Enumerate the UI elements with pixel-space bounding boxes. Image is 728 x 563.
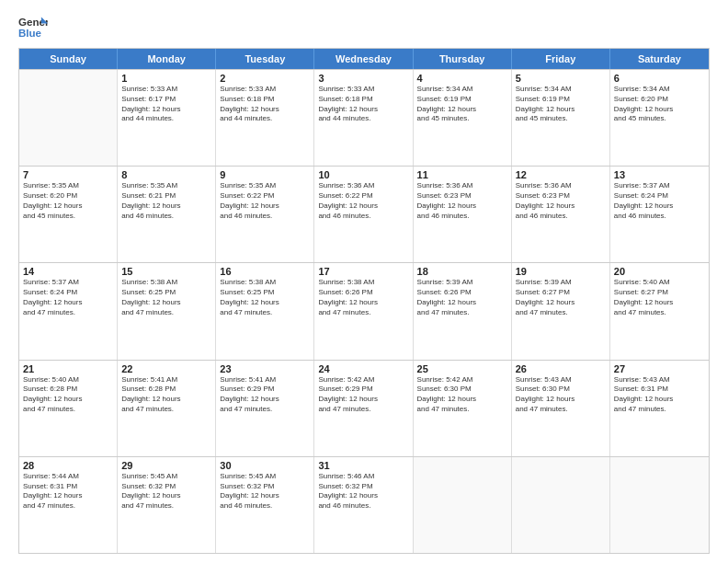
day-number: 9 [220,169,310,180]
day-number: 2 [220,73,310,84]
day-cell-4: 4Sunrise: 5:34 AMSunset: 6:19 PMDaylight… [414,70,512,166]
day-number: 12 [516,169,606,180]
header-day-sunday: Sunday [19,49,118,69]
day-number: 28 [23,460,113,471]
day-cell-13: 13Sunrise: 5:37 AMSunset: 6:24 PMDayligh… [610,167,709,262]
day-number: 8 [121,169,211,180]
day-number: 27 [614,363,705,374]
day-number: 31 [318,460,408,471]
calendar-row-2: 7Sunrise: 5:35 AMSunset: 6:20 PMDaylight… [19,166,709,262]
day-cell-7: 7Sunrise: 5:35 AMSunset: 6:20 PMDaylight… [19,167,118,262]
day-cell-6: 6Sunrise: 5:34 AMSunset: 6:20 PMDaylight… [610,70,709,166]
day-cell-26: 26Sunrise: 5:43 AMSunset: 6:30 PMDayligh… [512,361,610,456]
day-cell-9: 9Sunrise: 5:35 AMSunset: 6:22 PMDaylight… [216,167,314,262]
day-number: 4 [417,73,507,84]
header-day-thursday: Thursday [414,49,512,69]
day-cell-12: 12Sunrise: 5:36 AMSunset: 6:23 PMDayligh… [512,167,610,262]
header-day-monday: Monday [118,49,216,69]
day-cell-2: 2Sunrise: 5:33 AMSunset: 6:18 PMDaylight… [216,70,314,166]
day-info: Sunrise: 5:40 AMSunset: 6:28 PMDaylight:… [23,375,113,415]
day-number: 14 [23,266,113,277]
day-info: Sunrise: 5:35 AMSunset: 6:22 PMDaylight:… [220,181,310,221]
day-info: Sunrise: 5:46 AMSunset: 6:32 PMDaylight:… [318,472,408,511]
empty-cell [414,457,512,553]
day-info: Sunrise: 5:37 AMSunset: 6:24 PMDaylight:… [23,278,113,317]
calendar-row-4: 21Sunrise: 5:40 AMSunset: 6:28 PMDayligh… [19,360,709,456]
day-number: 6 [614,73,705,84]
day-cell-14: 14Sunrise: 5:37 AMSunset: 6:24 PMDayligh… [19,263,118,359]
calendar-row-3: 14Sunrise: 5:37 AMSunset: 6:24 PMDayligh… [19,262,709,359]
day-number: 21 [23,363,113,374]
day-info: Sunrise: 5:40 AMSunset: 6:27 PMDaylight:… [614,278,705,317]
calendar-body: 1Sunrise: 5:33 AMSunset: 6:17 PMDaylight… [19,69,709,553]
day-info: Sunrise: 5:41 AMSunset: 6:28 PMDaylight:… [121,375,211,415]
day-number: 16 [220,266,310,277]
day-info: Sunrise: 5:36 AMSunset: 6:22 PMDaylight:… [318,181,408,221]
empty-cell [512,457,610,553]
header-day-wednesday: Wednesday [314,49,413,69]
calendar-header: SundayMondayTuesdayWednesdayThursdayFrid… [19,49,709,69]
day-info: Sunrise: 5:36 AMSunset: 6:23 PMDaylight:… [516,181,606,221]
day-cell-10: 10Sunrise: 5:36 AMSunset: 6:22 PMDayligh… [314,167,413,262]
day-cell-25: 25Sunrise: 5:42 AMSunset: 6:30 PMDayligh… [414,361,512,456]
day-info: Sunrise: 5:38 AMSunset: 6:25 PMDaylight:… [220,278,310,317]
day-number: 25 [417,363,507,374]
day-number: 29 [121,460,211,471]
day-cell-11: 11Sunrise: 5:36 AMSunset: 6:23 PMDayligh… [414,167,512,262]
day-number: 18 [417,266,507,277]
page: General Blue SundayMondayTuesdayWednesda… [0,0,728,563]
header: General Blue [18,15,710,40]
header-day-tuesday: Tuesday [216,49,314,69]
day-info: Sunrise: 5:44 AMSunset: 6:31 PMDaylight:… [23,472,113,511]
day-info: Sunrise: 5:43 AMSunset: 6:31 PMDaylight:… [614,375,705,415]
day-cell-24: 24Sunrise: 5:42 AMSunset: 6:29 PMDayligh… [314,361,413,456]
day-number: 7 [23,169,113,180]
empty-cell [19,70,118,166]
day-info: Sunrise: 5:37 AMSunset: 6:24 PMDaylight:… [614,181,705,221]
day-cell-29: 29Sunrise: 5:45 AMSunset: 6:32 PMDayligh… [118,457,216,553]
calendar-row-5: 28Sunrise: 5:44 AMSunset: 6:31 PMDayligh… [19,456,709,553]
day-info: Sunrise: 5:36 AMSunset: 6:23 PMDaylight:… [417,181,507,221]
day-number: 20 [614,266,705,277]
day-cell-5: 5Sunrise: 5:34 AMSunset: 6:19 PMDaylight… [512,70,610,166]
day-cell-23: 23Sunrise: 5:41 AMSunset: 6:29 PMDayligh… [216,361,314,456]
day-number: 19 [516,266,606,277]
day-number: 30 [220,460,310,471]
day-cell-22: 22Sunrise: 5:41 AMSunset: 6:28 PMDayligh… [118,361,216,456]
day-cell-8: 8Sunrise: 5:35 AMSunset: 6:21 PMDaylight… [118,167,216,262]
day-info: Sunrise: 5:42 AMSunset: 6:30 PMDaylight:… [417,375,507,415]
day-cell-19: 19Sunrise: 5:39 AMSunset: 6:27 PMDayligh… [512,263,610,359]
day-info: Sunrise: 5:39 AMSunset: 6:27 PMDaylight:… [516,278,606,317]
day-cell-21: 21Sunrise: 5:40 AMSunset: 6:28 PMDayligh… [19,361,118,456]
day-number: 3 [318,73,408,84]
day-number: 26 [516,363,606,374]
day-number: 22 [121,363,211,374]
day-cell-27: 27Sunrise: 5:43 AMSunset: 6:31 PMDayligh… [610,361,709,456]
day-info: Sunrise: 5:39 AMSunset: 6:26 PMDaylight:… [417,278,507,317]
svg-text:Blue: Blue [18,28,42,39]
day-info: Sunrise: 5:35 AMSunset: 6:20 PMDaylight:… [23,181,113,221]
day-cell-30: 30Sunrise: 5:45 AMSunset: 6:32 PMDayligh… [216,457,314,553]
day-cell-18: 18Sunrise: 5:39 AMSunset: 6:26 PMDayligh… [414,263,512,359]
day-info: Sunrise: 5:43 AMSunset: 6:30 PMDaylight:… [516,375,606,415]
day-cell-17: 17Sunrise: 5:38 AMSunset: 6:26 PMDayligh… [314,263,413,359]
day-cell-3: 3Sunrise: 5:33 AMSunset: 6:18 PMDaylight… [314,70,413,166]
day-info: Sunrise: 5:33 AMSunset: 6:18 PMDaylight:… [220,85,310,124]
day-info: Sunrise: 5:33 AMSunset: 6:17 PMDaylight:… [121,85,211,124]
day-number: 5 [516,73,606,84]
day-info: Sunrise: 5:34 AMSunset: 6:19 PMDaylight:… [516,85,606,124]
calendar: SundayMondayTuesdayWednesdayThursdayFrid… [18,48,710,554]
logo: General Blue [18,15,48,40]
day-info: Sunrise: 5:45 AMSunset: 6:32 PMDaylight:… [220,472,310,511]
empty-cell [610,457,709,553]
day-number: 23 [220,363,310,374]
day-number: 13 [614,169,705,180]
calendar-row-1: 1Sunrise: 5:33 AMSunset: 6:17 PMDaylight… [19,69,709,166]
day-info: Sunrise: 5:34 AMSunset: 6:20 PMDaylight:… [614,85,705,124]
day-number: 11 [417,169,507,180]
header-day-friday: Friday [512,49,610,69]
day-info: Sunrise: 5:38 AMSunset: 6:26 PMDaylight:… [318,278,408,317]
day-cell-1: 1Sunrise: 5:33 AMSunset: 6:17 PMDaylight… [118,70,216,166]
day-number: 15 [121,266,211,277]
logo-icon: General Blue [18,15,48,40]
